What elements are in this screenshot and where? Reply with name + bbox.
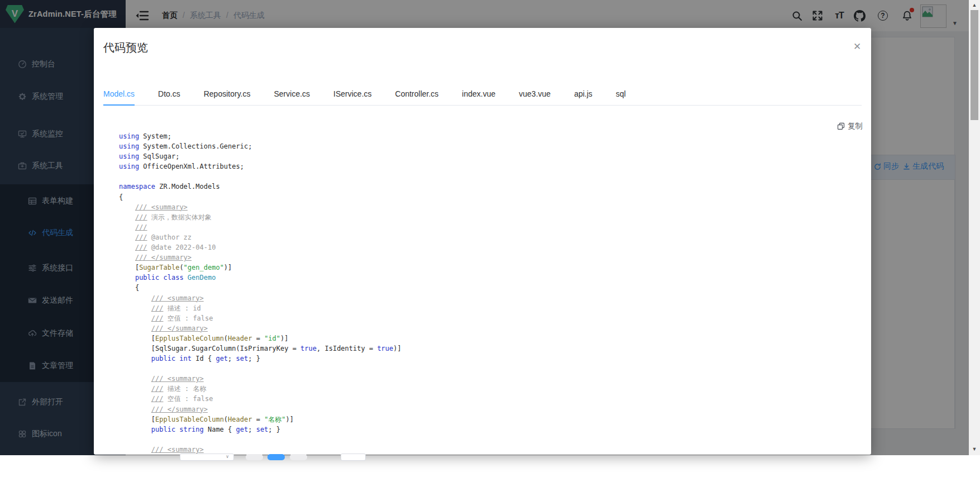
scrollbar-thumb[interactable] — [971, 10, 978, 120]
close-icon[interactable]: ✕ — [850, 40, 864, 54]
copy-icon — [837, 122, 845, 130]
tab-controller-cs[interactable]: Controller.cs — [395, 84, 439, 106]
tab-index-vue[interactable]: index.vue — [462, 84, 495, 106]
tab-service-cs[interactable]: Service.cs — [274, 84, 310, 106]
scroll-down-icon[interactable]: ▼ — [969, 446, 980, 452]
code-preview-dialog: 代码预览 ✕ Model.cs Dto.cs Repository.cs Ser… — [94, 28, 871, 455]
dialog-title: 代码预览 — [103, 40, 148, 55]
tab-repository-cs[interactable]: Repository.cs — [204, 84, 251, 106]
pagination-prev-button[interactable] — [246, 454, 263, 460]
page-size-select[interactable]: ∨ — [180, 454, 234, 461]
tab-sql[interactable]: sql — [616, 84, 626, 106]
pagination-jumper-input[interactable] — [341, 454, 366, 461]
browser-scrollbar: ▲ ▼ — [969, 0, 980, 455]
code-block: using System;using System.Collections.Ge… — [119, 131, 401, 455]
tab-model-cs[interactable]: Model.cs — [103, 84, 135, 106]
select-caret-icon: ∨ — [226, 454, 229, 459]
pagination-active-page[interactable] — [267, 454, 285, 460]
tab-vue3-vue[interactable]: vue3.vue — [519, 84, 551, 106]
pagination-next-button[interactable] — [290, 454, 307, 460]
app-root: V ZrAdmin.NET-后台管理 控制台 系统管理 系统监控 — [0, 0, 980, 482]
code-file-tabs: Model.cs Dto.cs Repository.cs Service.cs… — [103, 84, 862, 106]
tab-iservice-cs[interactable]: IService.cs — [333, 84, 371, 106]
scroll-up-icon[interactable]: ▲ — [969, 2, 980, 8]
copy-button[interactable]: 复制 — [837, 121, 863, 131]
tab-dto-cs[interactable]: Dto.cs — [158, 84, 180, 106]
tab-api-js[interactable]: api.js — [574, 84, 592, 106]
